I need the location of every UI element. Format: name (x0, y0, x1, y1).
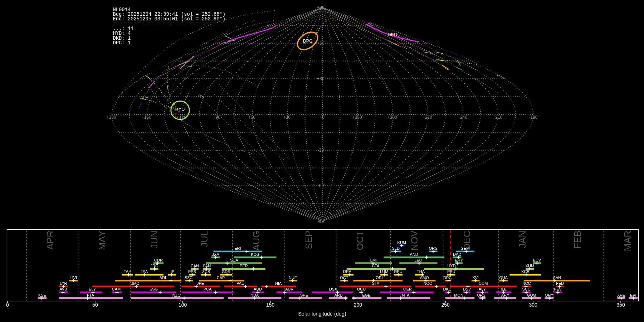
svg-text:AHY: AHY (501, 293, 509, 297)
svg-text:THA: THA (417, 269, 425, 274)
svg-text:LMI: LMI (370, 258, 377, 262)
svg-text:NZC: NZC (172, 293, 181, 297)
svg-text:KSE: KSE (38, 293, 46, 297)
svg-text:RPU: RPU (394, 269, 402, 274)
svg-text:DSX: DSX (329, 287, 337, 291)
svg-text:CAP: CAP (217, 275, 225, 280)
svg-text:FAN: FAN (203, 264, 211, 268)
svg-text:JUN: JUN (149, 231, 160, 249)
svg-text:+30°: +30° (283, 115, 292, 120)
svg-text:XHE: XHE (617, 293, 625, 297)
svg-text:JRC: JRC (151, 264, 158, 268)
svg-text:QUA: QUA (499, 275, 508, 280)
svg-text:DRA: DRA (343, 269, 352, 274)
svg-text:250: 250 (441, 302, 450, 308)
svg-text:ALY: ALY (479, 287, 486, 291)
svg-text:LUM: LUM (380, 269, 388, 274)
svg-text:NCC: NCC (522, 281, 531, 286)
svg-text:SSG: SSG (150, 287, 158, 291)
svg-text:SLD: SLD (392, 246, 399, 250)
svg-text:SPE: SPE (300, 293, 308, 297)
svg-text:ELY: ELY (89, 287, 96, 291)
svg-text:HVI: HVI (70, 275, 77, 280)
svg-text:HYD: HYD (447, 264, 455, 268)
svg-text:URS: URS (477, 293, 485, 297)
svg-text:AUD: AUD (254, 287, 262, 291)
svg-text:KUM: KUM (397, 240, 406, 245)
svg-text:OCT: OCT (355, 230, 365, 250)
svg-text:CAM: CAM (112, 287, 121, 291)
svg-text:50: 50 (92, 302, 98, 308)
svg-text:XCB: XCB (521, 269, 530, 274)
svg-text:150: 150 (266, 302, 275, 308)
svg-text:+30°: +30° (317, 76, 325, 81)
svg-text:ARD: ARD (334, 293, 342, 297)
svg-text:DPC: DPC (443, 275, 452, 280)
svg-text:LYR: LYR (60, 281, 67, 286)
svg-text:SCC: SCC (522, 287, 531, 291)
svg-text:DPC: 1: DPC: 1 (113, 40, 131, 46)
svg-text:+330°: +330° (352, 115, 363, 120)
svg-text:PSU: PSU (447, 269, 455, 274)
svg-text:JMC: JMC (131, 281, 140, 286)
svg-text:NIA: NIA (275, 281, 282, 286)
svg-text:DAD: DAD (453, 252, 461, 257)
svg-text:JPE: JPE (197, 281, 204, 286)
svg-text:FEB: FEB (572, 231, 583, 249)
svg-text:PER: PER (240, 264, 248, 268)
svg-text:NOV: NOV (409, 230, 420, 251)
svg-text:+210°: +210° (493, 115, 503, 120)
svg-text:KCG: KCG (251, 252, 259, 257)
svg-text:DPC: DPC (303, 39, 312, 44)
svg-text:MAR: MAR (622, 231, 633, 252)
svg-text:ORS: ORS (429, 246, 438, 250)
svg-text:JUL: JUL (199, 231, 210, 247)
svg-text:APR: APR (45, 231, 55, 250)
svg-text:AVB: AVB (59, 287, 67, 291)
svg-text:EHY: EHY (455, 258, 463, 262)
svg-text:AMO: AMO (420, 275, 429, 280)
svg-text:AUR: AUR (285, 287, 293, 291)
svg-text:FTA: FTA (87, 293, 94, 297)
svg-text:ECV: ECV (533, 258, 541, 262)
svg-text:NTA: NTA (402, 293, 410, 297)
svg-text:+120°: +120° (177, 115, 187, 120)
svg-text:+90°: +90° (317, 5, 325, 10)
svg-text:SEP: SEP (303, 231, 314, 249)
svg-text:AAN: AAN (553, 275, 561, 280)
svg-text:+60°: +60° (317, 41, 325, 46)
svg-text:200: 200 (354, 302, 362, 308)
svg-text:COM: COM (479, 281, 488, 286)
svg-text:+240°: +240° (458, 115, 468, 120)
svg-text:CTA: CTA (372, 264, 380, 268)
svg-text:HYD: HYD (175, 107, 185, 112)
svg-text:+150°: +150° (142, 115, 152, 120)
svg-text:ILE: ILE (501, 287, 507, 291)
svg-text:EVI: EVI (630, 293, 636, 297)
svg-text:+90°: +90° (213, 115, 221, 120)
svg-text:JEA: JEA (141, 269, 148, 274)
svg-text:DKD: DKD (443, 287, 451, 291)
svg-text:GEM: GEM (460, 246, 469, 250)
svg-text:JXA: JXA (212, 252, 220, 257)
svg-text:EGE: EGE (362, 293, 370, 297)
svg-text:FED: FED (556, 281, 564, 286)
svg-text:PAU: PAU (236, 281, 244, 286)
svg-text:NDA: NDA (250, 293, 259, 297)
svg-text:300: 300 (529, 302, 537, 308)
svg-text:ORI: ORI (376, 275, 383, 280)
svg-text:+60°: +60° (248, 115, 257, 120)
svg-text:XUM: XUM (526, 264, 534, 268)
svg-text:+300°: +300° (387, 115, 398, 120)
svg-text:STA: STA (372, 281, 380, 286)
svg-text:ZCS: ZCS (202, 269, 210, 274)
svg-text:LEO: LEO (414, 258, 422, 262)
svg-text:-60°: -60° (318, 183, 325, 188)
svg-text:NOO: NOO (423, 281, 433, 286)
svg-text:-90°: -90° (318, 219, 325, 224)
svg-text:MON: MON (454, 293, 463, 297)
svg-text:ERI: ERI (234, 246, 241, 250)
svg-text:+180°: +180° (106, 115, 117, 120)
svg-text:ARI: ARI (160, 275, 166, 280)
svg-text:0: 0 (6, 302, 9, 308)
